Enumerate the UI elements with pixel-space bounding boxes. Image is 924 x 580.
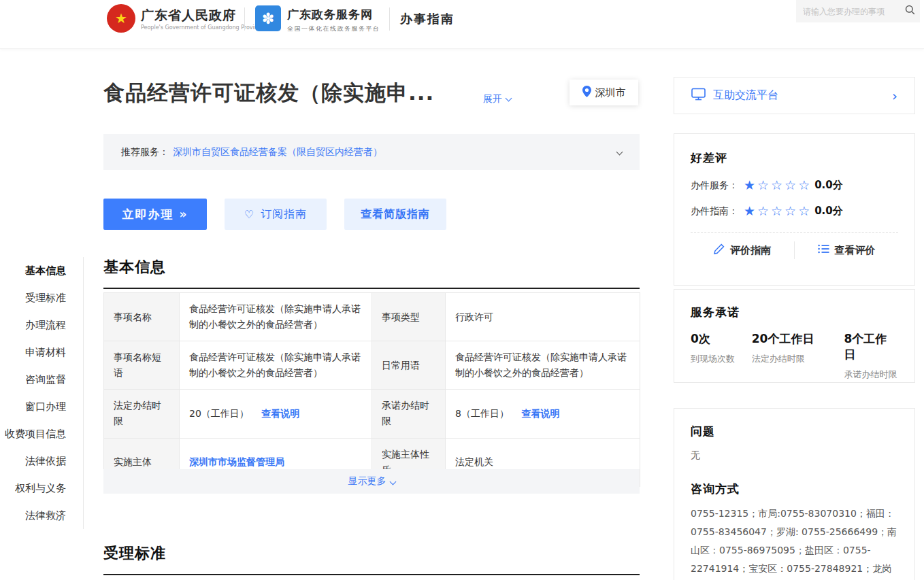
service-rating-label: 办件服务：	[691, 180, 738, 192]
consult-heading: 咨询方式	[691, 481, 898, 497]
platform-icon	[691, 88, 706, 103]
guide-rating-score: 0.0分	[814, 205, 843, 218]
view-reviews-button[interactable]: 查看评价	[795, 244, 898, 257]
header-divider	[244, 7, 245, 31]
basic-info-table: 事项名称 食品经营许可证核发（除实施申请人承诺制的小餐饮之外的食品经营者） 事项…	[103, 292, 640, 487]
location-pin-icon	[582, 86, 591, 100]
simple-guide-button[interactable]: 查看简版指南	[344, 199, 446, 230]
rate-guide-button[interactable]: 评价指南	[691, 243, 794, 257]
service-rating-row: 办件服务： ★☆☆☆☆ 0.0分	[691, 179, 898, 192]
list-icon	[818, 244, 829, 256]
nav-item-consult-supervise[interactable]: 咨询监督	[0, 366, 83, 393]
page-type-label: 办事指南	[400, 11, 455, 27]
subscribe-guide-label: 订阅指南	[261, 207, 307, 222]
cell-value: 食品经营许可证核发（除实施申请人承诺制的小餐饮之外的食品经营者）	[446, 341, 640, 390]
rating-heading: 好差评	[691, 150, 898, 166]
commitment-item-statutory: 20个工作日 法定办结时限	[752, 331, 844, 381]
show-more-button[interactable]: 显示更多	[103, 469, 640, 494]
guide-rating-label: 办件指南：	[691, 205, 738, 218]
title-expand-link[interactable]: 展开	[483, 93, 511, 105]
heart-icon: ♡	[244, 208, 254, 221]
nav-item-window-handling[interactable]: 窗口办理	[0, 393, 83, 420]
platform-label: 互助交流平台	[713, 88, 778, 103]
header-divider	[389, 7, 390, 31]
cell-label: 事项类型	[372, 293, 446, 341]
table-row: 事项名称 食品经营许可证核发（除实施申请人承诺制的小餐饮之外的食品经营者） 事项…	[104, 293, 640, 341]
nav-item-process[interactable]: 办理流程	[0, 311, 83, 339]
accept-standard-heading: 受理标准	[103, 543, 640, 575]
question-consult-card: 问题 无 咨询方式 0755-12315；市局:0755-83070310；福田…	[674, 408, 915, 580]
promised-label: 承诺办结时限	[844, 369, 898, 381]
cell-label: 承诺办结时限	[372, 390, 446, 438]
portal-logo-icon: ✽	[255, 5, 281, 31]
nav-item-legal-basis[interactable]: 法律依据	[0, 447, 83, 475]
chevron-right-icon: ›	[892, 89, 897, 103]
national-emblem-icon: ★	[107, 4, 135, 33]
rate-guide-label: 评价指南	[730, 244, 771, 257]
commitment-stats: 0次 到现场次数 20个工作日 法定办结时限 8个工作日 承诺办结时限	[691, 331, 898, 381]
search-bar[interactable]	[796, 0, 920, 22]
nav-item-materials[interactable]: 申请材料	[0, 339, 83, 366]
commitment-item-promised: 8个工作日 承诺办结时限	[844, 331, 898, 381]
portal-logo-title: 广东政务服务网	[287, 7, 373, 22]
service-title: 食品经营许可证核发（除实施申...	[103, 79, 434, 107]
commitment-heading: 服务承诺	[691, 305, 898, 320]
guide-rating-row: 办件指南： ★☆☆☆☆ 0.0分	[691, 205, 898, 218]
visits-value: 0次	[691, 331, 752, 347]
nav-item-legal-remedy[interactable]: 法律救济	[0, 502, 83, 529]
table-row: 事项名称短语 食品经营许可证核发（除实施申请人承诺制的小餐饮之外的食品经营者） …	[104, 341, 640, 390]
subscribe-guide-button[interactable]: ♡ 订阅指南	[225, 199, 327, 230]
nav-item-accept-standard[interactable]: 受理标准	[0, 284, 83, 311]
cell-label: 日常用语	[372, 341, 446, 390]
question-heading: 问题	[691, 424, 898, 439]
visits-label: 到现场次数	[691, 353, 752, 365]
table-row: 法定办结时限 20（工作日） 查看说明 承诺办结时限 8（工作日） 查看说明	[104, 390, 640, 438]
chevron-down-icon	[389, 478, 396, 485]
gov-logo-subtitle: People's Government of Guangdong Provinc…	[141, 24, 264, 31]
consult-text-value: 0755-12315；市局:0755-83070310；福田：0755-8345…	[691, 508, 897, 580]
mutual-help-platform-card[interactable]: 互助交流平台 ›	[674, 77, 915, 114]
service-commitment-card: 服务承诺 0次 到现场次数 20个工作日 法定办结时限 8个工作日 承诺办结时限	[674, 289, 915, 383]
basic-info-heading: 基本信息	[103, 257, 640, 289]
promised-time-value: 8（工作日）	[455, 408, 509, 419]
cell-label: 法定办结时限	[104, 390, 180, 438]
implementing-agency-link[interactable]: 深圳市市场监督管理局	[189, 456, 284, 467]
nav-item-fee-info[interactable]: 收费项目信息	[0, 420, 83, 447]
recommend-service-link[interactable]: 深圳市自贸区食品经营备案（限自贸区内经营者）	[173, 146, 382, 158]
search-icon[interactable]	[905, 5, 915, 18]
recommend-label: 推荐服务：	[121, 146, 169, 158]
chevron-down-icon	[506, 95, 512, 102]
portal-logo-subtitle: 全国一体化在线政务服务平台	[287, 24, 380, 33]
search-input[interactable]	[803, 7, 905, 16]
recommend-toggle[interactable]	[613, 147, 622, 158]
city-label: 深圳市	[595, 86, 626, 99]
cell-value: 8（工作日） 查看说明	[446, 390, 640, 438]
promised-value: 8个工作日	[844, 331, 898, 362]
statutory-time-value: 20（工作日）	[189, 408, 249, 419]
question-value: 无	[691, 449, 898, 462]
recommend-service-bar: 推荐服务： 深圳市自贸区食品经营备案（限自贸区内经营者）	[103, 134, 640, 170]
section-nav: 基本信息 受理标准 办理流程 申请材料 咨询监督 窗口办理 收费项目信息 法律依…	[0, 257, 84, 529]
cell-value: 食品经营许可证核发（除实施申请人承诺制的小餐饮之外的食品经营者）	[180, 341, 372, 390]
nav-item-rights-obligations[interactable]: 权利与义务	[0, 475, 83, 502]
statutory-label: 法定办结时限	[752, 353, 844, 365]
view-explanation-link[interactable]: 查看说明	[261, 408, 299, 419]
view-reviews-label: 查看评价	[835, 244, 876, 257]
site-header: ★ 广东省人民政府 People's Government of Guangdo…	[0, 0, 924, 49]
simple-guide-label: 查看简版指南	[361, 207, 430, 222]
star-rating-icons[interactable]: ★☆☆☆☆	[744, 179, 812, 192]
nav-item-basic-info[interactable]: 基本信息	[0, 257, 83, 284]
title-expand-label: 展开	[483, 93, 502, 104]
view-explanation-link[interactable]: 查看说明	[521, 408, 559, 419]
rating-actions: 评价指南 查看评价	[691, 233, 898, 268]
star-rating-icons[interactable]: ★☆☆☆☆	[744, 205, 812, 218]
portal-flower-glyph: ✽	[262, 10, 274, 27]
statutory-value: 20个工作日	[752, 331, 844, 347]
chevron-down-icon	[616, 148, 623, 155]
gov-logo-title: 广东省人民政府	[141, 7, 236, 24]
service-rating-score: 0.0分	[814, 179, 843, 192]
apply-now-button[interactable]: 立即办理 »	[103, 199, 207, 230]
city-selector[interactable]: 深圳市	[570, 80, 638, 105]
cell-value: 食品经营许可证核发（除实施申请人承诺制的小餐饮之外的食品经营者）	[180, 293, 372, 341]
cell-value: 20（工作日） 查看说明	[180, 390, 372, 438]
